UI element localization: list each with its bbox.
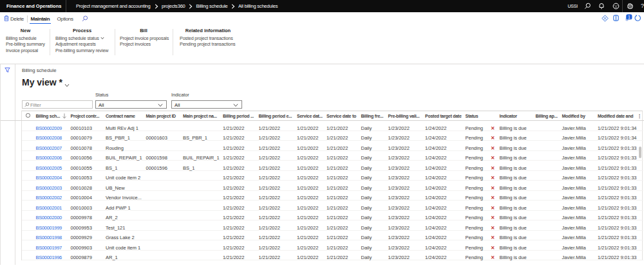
svg-text:1: 1 bbox=[628, 15, 630, 19]
